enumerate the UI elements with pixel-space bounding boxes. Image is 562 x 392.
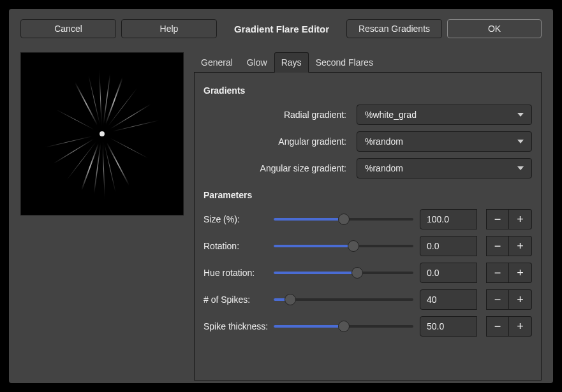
spikes-slider[interactable]	[274, 294, 413, 305]
tab-second-flares[interactable]: Second Flares	[309, 52, 380, 72]
gradients-section-title: Gradients	[203, 85, 532, 96]
chevron-down-icon	[517, 140, 524, 143]
spikes-input[interactable]: 40	[420, 289, 477, 310]
rotation-slider[interactable]	[274, 240, 413, 252]
hue-rotation-input[interactable]: 0.0	[420, 263, 477, 283]
angular-gradient-combo[interactable]: %random	[357, 131, 532, 152]
radial-gradient-combo[interactable]: %white_grad	[357, 105, 532, 125]
slider-thumb[interactable]	[338, 321, 350, 332]
plus-button[interactable]: +	[509, 236, 532, 256]
angular-gradient-row: Angular gradient: %random	[203, 131, 532, 152]
dialog-window: Cancel Help Gradient Flare Editor Rescan…	[9, 9, 553, 383]
slider-fill	[274, 218, 344, 221]
hue-rotation-row: Hue rotation: 0.0 − +	[203, 263, 532, 283]
radial-gradient-value: %white_grad	[365, 110, 417, 120]
rotation-stepper: − +	[484, 236, 532, 256]
rotation-row: Rotation: 0.0 − +	[203, 236, 532, 256]
minus-button[interactable]: −	[486, 236, 509, 256]
size-input[interactable]: 100.0	[420, 209, 477, 229]
spike-thickness-row: Spike thickness: 50.0 − +	[203, 316, 532, 337]
chevron-down-icon	[517, 166, 524, 170]
spike-thickness-label: Spike thickness:	[203, 321, 267, 331]
slider-thumb[interactable]	[338, 214, 350, 225]
settings-panel: General Glow Rays Second Flares Gradient…	[194, 52, 542, 381]
size-row: Size (%): 100.0 − +	[203, 209, 532, 229]
angular-size-gradient-value: %random	[365, 163, 403, 173]
preview-image	[20, 52, 184, 215]
svg-point-21	[100, 131, 105, 136]
angular-gradient-value: %random	[365, 136, 403, 147]
parameters-section-title: Parameters	[203, 190, 532, 200]
slider-thumb[interactable]	[351, 267, 363, 279]
angular-size-gradient-row: Angular size gradient: %random	[203, 158, 532, 178]
angular-gradient-label: Angular gradient:	[203, 136, 350, 147]
radial-gradient-row: Radial gradient: %white_grad	[203, 105, 532, 125]
tab-glow[interactable]: Glow	[240, 52, 274, 72]
content-area: General Glow Rays Second Flares Gradient…	[20, 52, 542, 381]
tab-rays[interactable]: Rays	[274, 52, 309, 73]
rescan-gradients-button[interactable]: Rescan Gradients	[346, 19, 442, 38]
tab-general[interactable]: General	[194, 52, 240, 72]
spikes-row: # of Spikes: 40 − +	[203, 289, 532, 310]
radial-gradient-label: Radial gradient:	[203, 110, 350, 120]
minus-button[interactable]: −	[486, 289, 509, 310]
slider-fill	[274, 325, 344, 328]
cancel-button[interactable]: Cancel	[20, 19, 116, 38]
hue-rotation-label: Hue rotation:	[203, 268, 267, 278]
slider-thumb[interactable]	[285, 294, 296, 305]
tab-body: Gradients Radial gradient: %white_grad A…	[194, 73, 542, 381]
flare-preview-icon	[21, 53, 183, 215]
slider-fill	[274, 245, 353, 247]
minus-button[interactable]: −	[486, 316, 509, 337]
rotation-input[interactable]: 0.0	[420, 236, 477, 256]
plus-button[interactable]: +	[509, 289, 532, 310]
minus-button[interactable]: −	[486, 263, 509, 283]
angular-size-gradient-combo[interactable]: %random	[357, 158, 532, 178]
hue-rotation-stepper: − +	[484, 263, 532, 283]
rotation-label: Rotation:	[203, 241, 267, 251]
tab-bar: General Glow Rays Second Flares	[194, 52, 542, 73]
angular-size-gradient-label: Angular size gradient:	[203, 163, 350, 173]
chevron-down-icon	[517, 113, 524, 117]
spike-thickness-slider[interactable]	[274, 321, 413, 332]
size-slider[interactable]	[274, 214, 413, 225]
hue-rotation-slider[interactable]	[274, 267, 413, 279]
spike-thickness-stepper: − +	[484, 316, 532, 337]
spikes-stepper: − +	[484, 289, 532, 310]
top-button-bar: Cancel Help Gradient Flare Editor Rescan…	[20, 19, 542, 38]
size-stepper: − +	[484, 209, 532, 229]
slider-thumb[interactable]	[348, 240, 359, 252]
plus-button[interactable]: +	[509, 263, 532, 283]
spike-thickness-input[interactable]: 50.0	[420, 316, 477, 337]
dialog-title: Gradient Flare Editor	[222, 24, 341, 34]
ok-button[interactable]: OK	[447, 19, 542, 38]
plus-button[interactable]: +	[509, 316, 532, 337]
plus-button[interactable]: +	[509, 209, 532, 229]
slider-fill	[274, 272, 357, 274]
spikes-label: # of Spikes:	[203, 294, 267, 305]
minus-button[interactable]: −	[486, 209, 509, 229]
size-label: Size (%):	[203, 214, 267, 224]
help-button[interactable]: Help	[121, 19, 217, 38]
